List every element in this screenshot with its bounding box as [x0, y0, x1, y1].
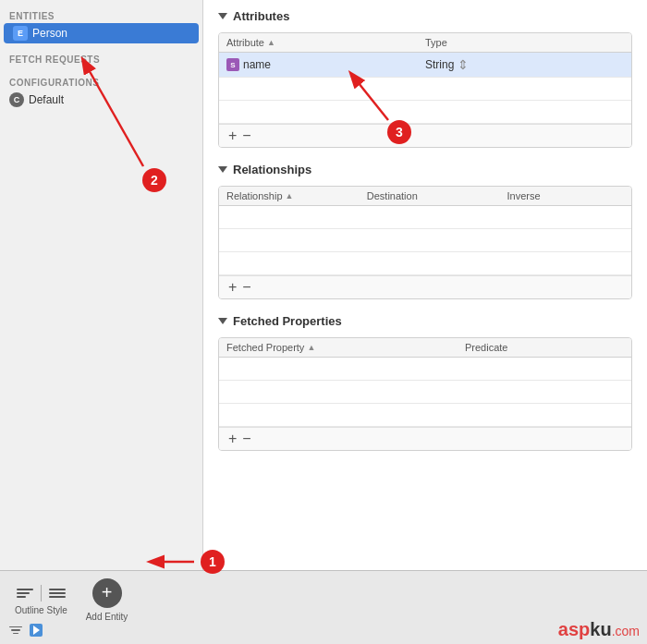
fetched-properties-header: Fetched Properties: [218, 314, 632, 332]
main-content: Attributes Attribute ▲ Type: [203, 0, 647, 570]
type-stepper[interactable]: ⇕: [458, 57, 469, 72]
fetch-add-remove-bar: + −: [219, 427, 631, 450]
attr-name-cell: S name: [226, 58, 425, 71]
attr-add-remove-bar: + −: [219, 124, 631, 147]
attr-type-cell[interactable]: String ⇕: [425, 57, 624, 72]
fetch-requests-header: FETCH REQUESTS: [0, 51, 202, 67]
outline-style-icons: [17, 585, 66, 601]
attr-empty-row-1: [219, 78, 631, 101]
watermark-com: .com: [612, 624, 640, 638]
add-entity-button[interactable]: +: [92, 578, 122, 608]
rel-sort-arrow: ▲: [286, 191, 294, 200]
fetched-table: Fetched Property ▲ Predicate: [218, 337, 632, 451]
add-entity-section[interactable]: + Add Entity: [86, 578, 128, 622]
sidebar-item-default[interactable]: C Default: [0, 90, 202, 110]
add-entity-plus-icon: +: [102, 583, 113, 601]
config-icon: C: [9, 92, 24, 107]
relationships-header: Relationships: [218, 163, 632, 180]
toolbar-divider: [41, 585, 42, 601]
sidebar: ENTITIES E Person FETCH REQUESTS CONFIGU…: [0, 0, 203, 570]
attributes-title: Attributes: [233, 9, 289, 23]
attributes-header: Attributes: [218, 9, 632, 27]
attr-type-value: String: [425, 58, 454, 71]
attr-col-header: Attribute ▲: [226, 37, 425, 48]
watermark-ku: ku: [590, 619, 611, 640]
attributes-collapse-icon[interactable]: [218, 13, 227, 19]
fetched-properties-section: Fetched Properties Fetched Property ▲ Pr…: [218, 314, 632, 451]
ol-line-6: [49, 596, 66, 598]
fetched-table-header: Fetched Property ▲ Predicate: [219, 338, 631, 358]
rel-add-button[interactable]: +: [226, 280, 238, 295]
attr-sort-arrow: ▲: [267, 38, 275, 47]
entities-header: ENTITIES: [0, 7, 202, 23]
attr-row-name[interactable]: S name String ⇕: [219, 53, 631, 78]
rel-empty-row-3: [219, 252, 631, 275]
attr-remove-button[interactable]: −: [240, 128, 252, 143]
attributes-table-header: Attribute ▲ Type: [219, 33, 631, 53]
rel-col-header: Relationship ▲: [226, 190, 367, 201]
attr-name-value: name: [243, 58, 271, 71]
rel-add-remove-bar: + −: [219, 275, 631, 298]
fetched-sort-arrow: ▲: [307, 343, 315, 352]
outline-style-section[interactable]: Outline Style: [15, 585, 67, 615]
filter-line-1: [9, 626, 22, 628]
sidebar-item-person[interactable]: E Person: [4, 23, 199, 43]
dest-col-header: Destination: [367, 190, 507, 201]
fetched-collapse-icon[interactable]: [218, 318, 227, 324]
entity-icon: E: [13, 26, 28, 41]
watermark-asp: asp: [558, 619, 590, 640]
relationships-collapse-icon[interactable]: [218, 166, 227, 173]
add-entity-label: Add Entity: [86, 612, 128, 622]
string-icon: S: [226, 58, 239, 71]
rel-empty-row-1: [219, 206, 631, 229]
ol-line-5: [49, 592, 66, 594]
rel-remove-button[interactable]: −: [240, 280, 252, 295]
ol-line-3: [17, 596, 26, 598]
attr-empty-row-2: [219, 101, 631, 124]
fetched-col-header: Fetched Property ▲: [226, 342, 465, 353]
outline-style-label: Outline Style: [15, 605, 67, 615]
attr-add-button[interactable]: +: [226, 128, 238, 143]
bottom-toolbar: Outline Style + Add Entity: [0, 570, 647, 644]
relationships-section: Relationships Relationship ▲ Destination: [218, 163, 632, 299]
type-col-header: Type: [425, 37, 624, 48]
tag-arrow-shape: [33, 626, 40, 635]
fetch-empty-row-1: [219, 358, 631, 381]
filter-icon[interactable]: [9, 624, 22, 637]
person-label: Person: [32, 27, 67, 40]
ol-line-2: [17, 592, 30, 594]
configurations-header: CONFIGURATIONS: [0, 74, 202, 90]
outline-icon-1[interactable]: [17, 589, 33, 598]
attributes-table: Attribute ▲ Type S name: [218, 32, 632, 148]
filter-line-3: [13, 633, 18, 635]
relationships-title: Relationships: [233, 163, 311, 176]
fetch-empty-row-3: [219, 404, 631, 427]
rel-empty-row-2: [219, 229, 631, 252]
fetch-add-button[interactable]: +: [226, 431, 238, 446]
tag-icon[interactable]: [30, 624, 43, 637]
ol-line-4: [49, 589, 66, 590]
outline-icon-2[interactable]: [49, 589, 66, 598]
default-label: Default: [29, 93, 64, 106]
attributes-section: Attributes Attribute ▲ Type: [218, 9, 632, 148]
predicate-col-header: Predicate: [465, 342, 624, 353]
ol-line-1: [17, 589, 33, 590]
fetch-remove-button[interactable]: −: [240, 431, 252, 446]
rel-table-header: Relationship ▲ Destination Inverse: [219, 187, 631, 206]
bottom-second-row: [9, 624, 43, 637]
inv-col-header: Inverse: [507, 190, 624, 201]
fetch-empty-row-2: [219, 381, 631, 404]
relationships-table: Relationship ▲ Destination Inverse: [218, 186, 632, 299]
filter-line-2: [11, 629, 20, 631]
fetched-title: Fetched Properties: [233, 314, 342, 328]
